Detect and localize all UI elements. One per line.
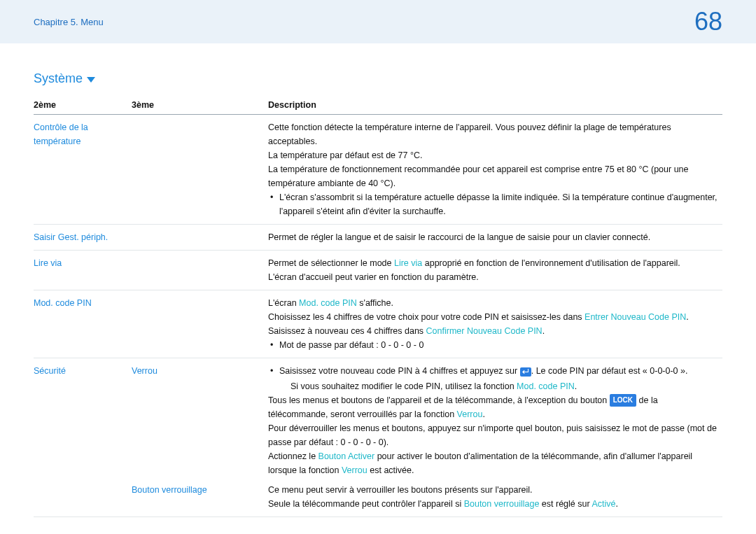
cell-description: Cette fonction détecte la température in… bbox=[268, 115, 722, 225]
lire-d1-link: Lire via bbox=[394, 258, 422, 268]
verrou-p2d: . bbox=[482, 409, 484, 419]
pin-d1a: L'écran bbox=[268, 298, 299, 308]
temp-desc-bullet: L'écran s'assombrit si la température ac… bbox=[268, 190, 718, 218]
btnlock-d2-link1: Bouton verrouillage bbox=[464, 499, 540, 509]
verrou-b1b: . Le code PIN par défaut est « 0-0-0-0 »… bbox=[531, 366, 688, 376]
cell-3eme bbox=[132, 251, 268, 290]
verrou-b1sub-c: . bbox=[575, 381, 577, 391]
cell-2eme: Mod. code PIN bbox=[34, 290, 132, 358]
cell-3eme bbox=[132, 115, 268, 225]
verrou-p4a: Actionnez le bbox=[268, 451, 318, 461]
page-header: Chapitre 5. Menu 68 bbox=[0, 0, 756, 43]
pin-d1c: s'affiche. bbox=[357, 298, 393, 308]
verrou-p4e: est activée. bbox=[368, 465, 414, 475]
section-title[interactable]: Système bbox=[34, 71, 722, 86]
lire-d1c: approprié en fonction de l'environnement… bbox=[422, 258, 680, 268]
verrou-p2-link: Verrou bbox=[457, 409, 483, 419]
cell-3eme: Bouton verrouillage bbox=[132, 480, 268, 517]
cell-3eme bbox=[132, 225, 268, 251]
temp-desc-2: La température par défaut est de 77 °C. bbox=[268, 148, 718, 162]
system-menu-table: 2ème 3ème Description Contrôle de la tem… bbox=[34, 96, 722, 517]
row-saisir-gest-periph: Saisir Gest. périph. Permet de régler la… bbox=[34, 225, 722, 251]
cell-3eme: Verrou bbox=[132, 358, 268, 481]
btnlock-d2: Seule la télécommande peut contrôler l'a… bbox=[268, 497, 718, 511]
verrou-p4-link1: Bouton Activer bbox=[318, 451, 375, 461]
col-description: Description bbox=[268, 96, 722, 115]
verrou-b1-sub: Si vous souhaitez modifier le code PIN, … bbox=[279, 379, 718, 393]
cell-2eme: Saisir Gest. périph. bbox=[34, 225, 132, 251]
content-area: Système 2ème 3ème Description Contrôle d… bbox=[0, 43, 756, 517]
row-securite-verrou: Sécurité Verrou Saisissez votre nouveau … bbox=[34, 358, 722, 481]
verrou-b1sub-link: Mod. code PIN bbox=[517, 381, 575, 391]
temp-desc-3: La température de fonctionnement recomma… bbox=[268, 162, 718, 190]
enter-key-icon bbox=[520, 367, 531, 377]
chevron-down-icon bbox=[87, 77, 95, 83]
pin-default-pw: Mot de passe par défaut : 0 - 0 - 0 - 0 bbox=[268, 338, 718, 352]
row-mod-code-pin: Mod. code PIN L'écran Mod. code PIN s'af… bbox=[34, 290, 722, 358]
btnlock-d2-link2: Activé bbox=[592, 499, 615, 509]
btnlock-d2e: . bbox=[615, 499, 617, 509]
cell-description: Permet de sélectionner le mode Lire via … bbox=[268, 251, 722, 290]
btnlock-d2c: est réglé sur bbox=[539, 499, 592, 509]
col-2eme: 2ème bbox=[34, 96, 132, 115]
page-number: 68 bbox=[694, 7, 722, 36]
section-title-text: Système bbox=[34, 71, 83, 86]
verrou-p2a: Tous les menus et boutons de l'appareil … bbox=[268, 395, 610, 405]
lock-badge-icon: LOCK bbox=[610, 394, 636, 407]
verrou-p2: Tous les menus et boutons de l'appareil … bbox=[268, 393, 718, 421]
row-lire-via: Lire via Permet de sélectionner le mode … bbox=[34, 251, 722, 290]
col-3eme: 3ème bbox=[132, 96, 268, 115]
pin-d2a: Choisissez les 4 chiffres de votre choix… bbox=[268, 312, 584, 322]
chapter-label: Chapitre 5. Menu bbox=[34, 17, 104, 27]
verrou-b1a: Saisissez votre nouveau code PIN à 4 chi… bbox=[279, 366, 520, 376]
btnlock-d1: Ce menu peut servir à verrouiller les bo… bbox=[268, 483, 718, 497]
pin-d1-link: Mod. code PIN bbox=[299, 298, 357, 308]
cell-2eme: Sécurité bbox=[34, 358, 132, 481]
pin-d2e: . bbox=[542, 326, 545, 336]
verrou-p4: Actionnez le Bouton Activer pour activer… bbox=[268, 449, 718, 477]
verrou-bullet: Saisissez votre nouveau code PIN à 4 chi… bbox=[268, 364, 718, 393]
cell-2eme bbox=[34, 480, 132, 517]
cell-description: Saisissez votre nouveau code PIN à 4 chi… bbox=[268, 358, 722, 481]
btnlock-d2a: Seule la télécommande peut contrôler l'a… bbox=[268, 499, 464, 509]
lire-d1a: Permet de sélectionner le mode bbox=[268, 258, 394, 268]
verrou-b1sub-a: Si vous souhaitez modifier le code PIN, … bbox=[290, 381, 517, 391]
row-controle-temperature: Contrôle de la température Cette fonctio… bbox=[34, 115, 722, 225]
cell-description: L'écran Mod. code PIN s'affiche. Choisis… bbox=[268, 290, 722, 358]
cell-description: Permet de régler la langue et de saisir … bbox=[268, 225, 722, 251]
verrou-p3: Pour déverrouiller les menus et boutons,… bbox=[268, 421, 718, 449]
pin-d2-link1: Entrer Nouveau Code PIN bbox=[584, 312, 686, 322]
cell-description: Ce menu peut servir à verrouiller les bo… bbox=[268, 480, 722, 517]
row-securite-bouton-verrouillage: Bouton verrouillage Ce menu peut servir … bbox=[34, 480, 722, 517]
cell-2eme: Lire via bbox=[34, 251, 132, 290]
lire-d2: L'écran d'accueil peut varier en fonctio… bbox=[268, 270, 718, 284]
verrou-p4-link2: Verrou bbox=[342, 465, 368, 475]
cell-2eme: Contrôle de la température bbox=[34, 115, 132, 225]
cell-3eme bbox=[132, 290, 268, 358]
pin-d2-link2: Confirmer Nouveau Code PIN bbox=[426, 326, 542, 336]
temp-desc-1: Cette fonction détecte la température in… bbox=[268, 120, 718, 148]
table-header-row: 2ème 3ème Description bbox=[34, 96, 722, 115]
